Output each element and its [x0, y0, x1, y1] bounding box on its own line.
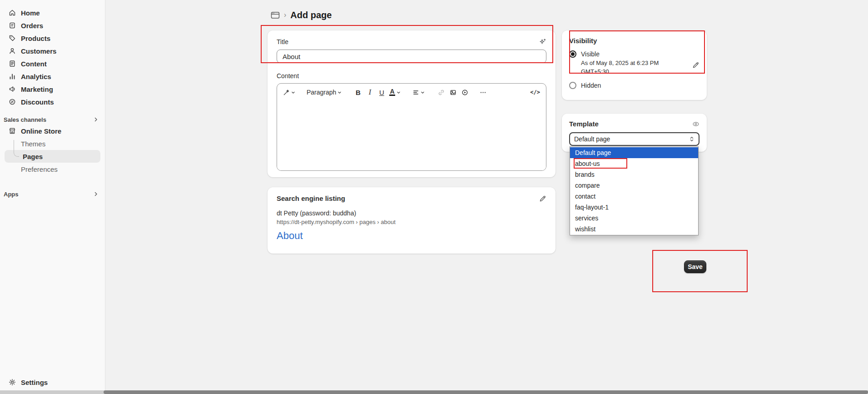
settings-label: Settings: [21, 379, 48, 386]
discounts-icon: [8, 98, 16, 106]
seo-page-title-link[interactable]: About: [277, 230, 546, 242]
visible-radio-row[interactable]: Visible: [569, 50, 699, 58]
sidebar-item-label: Orders: [21, 22, 43, 30]
image-icon: [450, 89, 456, 96]
chevron-right-icon: [93, 117, 99, 122]
hidden-radio-row[interactable]: Hidden: [569, 82, 699, 89]
underline-button[interactable]: U: [376, 86, 387, 99]
schedule-line-2: GMT+5:30: [581, 68, 699, 76]
dropdown-option-contact[interactable]: contact: [570, 191, 698, 202]
dropdown-option-services[interactable]: services: [570, 213, 698, 224]
save-button[interactable]: Save: [684, 260, 706, 273]
title-label: Title: [277, 38, 288, 45]
sidebar-item-discounts[interactable]: Discounts: [5, 95, 100, 108]
content-icon: [8, 60, 16, 68]
sidebar: Home Orders Products Customers Content A…: [0, 0, 105, 394]
chevron-right-icon: [93, 191, 99, 197]
sidebar-item-label: Home: [21, 9, 40, 17]
home-icon: [8, 9, 16, 17]
link-icon: [438, 89, 445, 96]
sidebar-item-online-store[interactable]: Online Store: [5, 125, 100, 137]
sidebar-item-themes[interactable]: Themes: [5, 137, 100, 150]
sidebar-item-preferences[interactable]: Preferences: [5, 163, 100, 175]
visible-radio-selected[interactable]: [569, 50, 576, 58]
align-left-icon: [412, 89, 419, 96]
sidebar-item-products[interactable]: Products: [5, 32, 100, 45]
select-stepper-icon: [689, 136, 694, 142]
visibility-card: Visibility Visible As of May 8, 2025 at …: [562, 30, 707, 100]
dropdown-option-brands[interactable]: brands: [570, 169, 698, 180]
content-label: Content: [277, 72, 546, 80]
sales-channels-header[interactable]: Sales channels: [0, 115, 105, 125]
dropdown-option-compare[interactable]: compare: [570, 180, 698, 191]
insert-video-button[interactable]: [460, 86, 471, 99]
sidebar-item-orders[interactable]: Orders: [5, 19, 100, 32]
chevron-down-icon: [421, 90, 425, 95]
sidebar-item-content[interactable]: Content: [5, 57, 100, 70]
ai-generate-button[interactable]: [282, 86, 297, 99]
chevron-down-icon: [291, 90, 295, 95]
template-card-title: Template: [569, 120, 599, 128]
paragraph-style-dropdown[interactable]: Paragraph: [304, 86, 344, 99]
seo-card-title: Search engine listing: [277, 195, 345, 202]
pages-breadcrumb-icon[interactable]: [271, 11, 280, 19]
sidebar-item-label: Content: [21, 60, 47, 68]
bold-button[interactable]: B: [352, 86, 363, 99]
apps-header[interactable]: Apps: [0, 189, 105, 199]
template-select[interactable]: Default page: [569, 132, 699, 146]
sales-channels-label: Sales channels: [4, 116, 46, 123]
products-icon: [8, 34, 16, 42]
sidebar-item-label: Marketing: [21, 85, 53, 93]
store-icon: [8, 127, 16, 135]
page-title: Add page: [290, 10, 332, 20]
magic-sparkle-icon[interactable]: [539, 38, 546, 45]
content-editor-area[interactable]: [277, 101, 546, 170]
dropdown-option-about-us[interactable]: about-us: [570, 158, 698, 169]
sidebar-item-label: Online Store: [21, 127, 61, 135]
hidden-radio-unselected[interactable]: [569, 82, 576, 89]
sidebar-item-label: Pages: [23, 153, 43, 160]
sidebar-item-home[interactable]: Home: [5, 6, 100, 19]
sidebar-item-pages[interactable]: Pages: [5, 150, 100, 163]
horizontal-scrollbar-track[interactable]: [0, 390, 868, 394]
sidebar-item-marketing[interactable]: Marketing: [5, 83, 100, 95]
sidebar-item-label: Products: [21, 35, 50, 42]
rich-text-editor: Paragraph B I U A: [277, 83, 546, 171]
link-button[interactable]: [436, 86, 447, 99]
sidebar-item-label: Customers: [21, 47, 56, 55]
title-content-card: Title Content Paragraph B I U A: [268, 30, 556, 177]
title-input[interactable]: [277, 50, 546, 63]
seo-site-name: dt Petty (password: buddha): [277, 209, 546, 217]
marketing-icon: [8, 85, 16, 93]
eye-icon[interactable]: [692, 120, 699, 128]
dropdown-option-wishlist[interactable]: wishlist: [570, 224, 698, 234]
visibility-schedule-note: As of May 8, 2025 at 6:23 PM GMT+5:30: [581, 59, 699, 76]
alignment-button[interactable]: [411, 86, 426, 99]
hidden-label: Hidden: [581, 82, 601, 89]
text-color-button[interactable]: A: [388, 86, 402, 99]
dropdown-option-default-page[interactable]: Default page: [570, 147, 698, 158]
sidebar-item-settings[interactable]: Settings: [5, 376, 100, 389]
video-icon: [461, 89, 468, 96]
italic-button[interactable]: I: [364, 86, 375, 99]
template-selected-value: Default page: [574, 135, 610, 143]
chevron-down-icon: [397, 90, 401, 95]
show-html-button[interactable]: </>: [529, 86, 541, 99]
sidebar-item-analytics[interactable]: Analytics: [5, 70, 100, 83]
horizontal-scrollbar-thumb[interactable]: [104, 390, 868, 394]
schedule-line-1: As of May 8, 2025 at 6:23 PM: [581, 59, 699, 68]
dropdown-option-faq-layout-1[interactable]: faq-layout-1: [570, 202, 698, 213]
visible-label: Visible: [581, 50, 600, 58]
analytics-icon: [8, 72, 16, 80]
edit-visibility-pencil-icon[interactable]: [692, 61, 699, 69]
search-engine-listing-card: Search engine listing dt Petty (password…: [268, 187, 556, 254]
code-view-icon: </>: [530, 89, 540, 95]
edit-pencil-icon[interactable]: [539, 195, 546, 202]
visibility-card-title: Visibility: [569, 37, 699, 45]
more-options-button[interactable]: [478, 86, 489, 99]
insert-image-button[interactable]: [448, 86, 459, 99]
editor-toolbar: Paragraph B I U A: [277, 84, 546, 101]
chevron-down-icon: [337, 90, 342, 95]
apps-label: Apps: [4, 191, 19, 198]
sidebar-item-customers[interactable]: Customers: [5, 45, 100, 57]
